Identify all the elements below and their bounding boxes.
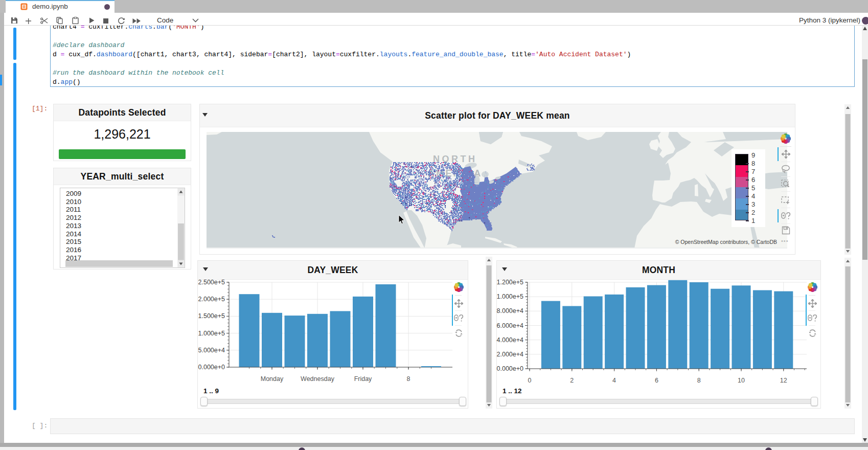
- svg-text:0: 0: [528, 377, 532, 384]
- svg-text:1.000e+5: 1.000e+5: [497, 293, 524, 300]
- svg-text:© OpenStreetMap contributors,: © OpenStreetMap contributors, © CartoDB: [675, 239, 777, 245]
- svg-text:1.200e+5: 1.200e+5: [497, 279, 524, 286]
- svg-text:4.000e+4: 4.000e+4: [497, 336, 524, 344]
- svg-text:4: 4: [612, 377, 616, 384]
- svg-text:Wednesday: Wednesday: [301, 375, 335, 382]
- svg-text:8: 8: [697, 377, 701, 384]
- svg-text:6.000e+4: 6.000e+4: [497, 322, 524, 329]
- svg-text:8: 8: [407, 375, 410, 382]
- svg-text:2: 2: [570, 377, 574, 384]
- svg-text:2.000e+5: 2.000e+5: [198, 296, 225, 303]
- svg-text:Friday: Friday: [354, 375, 372, 382]
- svg-text:8.000e+4: 8.000e+4: [497, 307, 524, 314]
- svg-text:1.000e+5: 1.000e+5: [198, 330, 225, 337]
- svg-text:0.000e+0: 0.000e+0: [198, 364, 225, 371]
- svg-text:1.500e+5: 1.500e+5: [198, 312, 225, 320]
- svg-text:0.000e+0: 0.000e+0: [497, 365, 524, 372]
- svg-text:10: 10: [738, 377, 745, 384]
- svg-text:6: 6: [655, 377, 658, 384]
- svg-text:Monday: Monday: [261, 375, 284, 382]
- svg-text:12: 12: [780, 377, 787, 384]
- svg-text:5.000e+4: 5.000e+4: [198, 347, 225, 354]
- svg-text:2.000e+4: 2.000e+4: [497, 351, 524, 358]
- svg-text:2.500e+5: 2.500e+5: [198, 279, 225, 286]
